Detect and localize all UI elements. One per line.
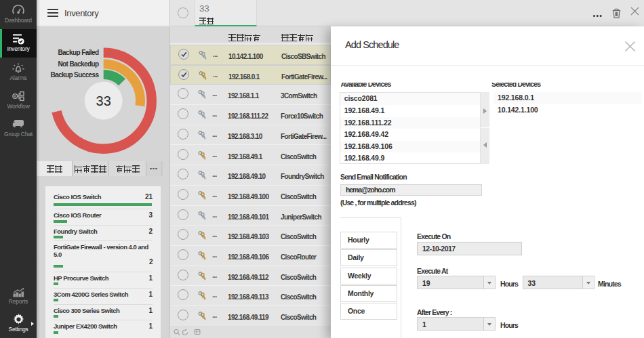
svg-text:33: 33	[96, 93, 111, 108]
